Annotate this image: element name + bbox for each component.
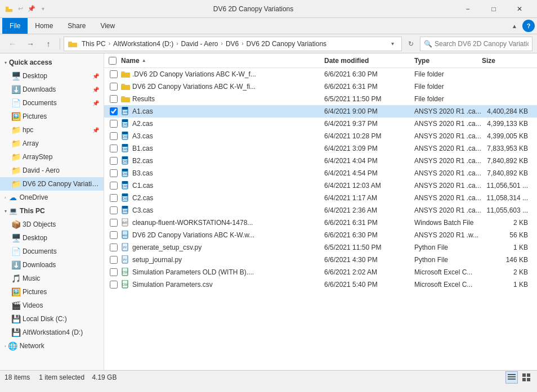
address-part-thispc[interactable]: This PC — [80, 39, 108, 48]
sidebar-item-3d-objects[interactable]: 📦 3D Objects — [0, 218, 104, 231]
sidebar-item-desktop2[interactable]: 🖥️ Desktop — [0, 231, 104, 245]
sidebar-item-documents[interactable]: 📄 Documents 📌 — [0, 96, 104, 110]
forward-button[interactable]: → — [23, 36, 38, 52]
details-view-button[interactable] — [505, 371, 518, 384]
file-checkbox-12[interactable] — [109, 218, 119, 228]
address-part-drive[interactable]: AltWorkstation4 (D:) — [111, 39, 175, 48]
file-row[interactable]: CAS C1.cas 6/4/2021 12:03 AM ANSYS 2020 … — [104, 179, 537, 192]
select-all-checkbox[interactable] — [109, 57, 117, 65]
file-checkbox-1[interactable] — [109, 82, 119, 92]
quick-access-icon[interactable] — [5, 4, 14, 13]
file-checkbox-14[interactable] — [109, 242, 119, 253]
file-checkbox-7[interactable] — [109, 156, 119, 166]
tab-view[interactable]: View — [93, 18, 122, 34]
tab-share[interactable]: Share — [60, 18, 93, 34]
sidebar-item-local-disk[interactable]: 💾 Local Disk (C:) — [0, 312, 104, 326]
file-checkbox-6[interactable] — [109, 143, 119, 154]
up-button[interactable]: ↑ — [41, 36, 56, 52]
file-row[interactable]: CAS B3.cas 6/4/2021 4:54 PM ANSYS 2020 R… — [104, 167, 537, 179]
minimize-button[interactable]: − — [455, 0, 481, 18]
file-checkbox-8[interactable] — [109, 168, 119, 178]
file-row[interactable]: CAS B2.cas 6/4/2021 4:04 PM ANSYS 2020 R… — [104, 155, 537, 167]
close-button[interactable]: ✕ — [507, 0, 532, 18]
file-row[interactable]: CSV Simulation Parameters.csv 6/6/2021 5… — [104, 278, 537, 291]
sidebar-item-alt-workstation[interactable]: 💾 AltWorkstation4 (D:) — [0, 326, 104, 339]
file-checkbox-2[interactable] — [109, 94, 119, 104]
back-button[interactable]: ← — [5, 36, 20, 52]
sidebar-item-videos[interactable]: 🎬 Videos — [0, 299, 104, 312]
sidebar-item-music[interactable]: 🎵 Music — [0, 272, 104, 285]
file-row[interactable]: Results 6/5/2021 11:50 PM File folder — [104, 93, 537, 105]
file-checkbox-17[interactable] — [109, 280, 119, 290]
file-row[interactable]: DV6 2D Canopy Variations ABC K-W_fi... 6… — [104, 80, 537, 93]
sidebar-item-hpc[interactable]: 📁 hpc 📌 — [0, 123, 104, 137]
refresh-button[interactable]: ↻ — [404, 37, 418, 51]
file-row[interactable]: CAS C3.cas 6/4/2021 2:36 AM ANSYS 2020 R… — [104, 204, 537, 217]
address-dropdown-button[interactable]: ▾ — [387, 37, 398, 51]
file-row[interactable]: CAS C2.cas 6/4/2021 1:17 AM ANSYS 2020 R… — [104, 192, 537, 204]
file-row[interactable]: WBZ DV6 2D Canopy Variations ABC K-W.w..… — [104, 229, 537, 241]
file-type-3: ANSYS 2020 R1 .ca... — [414, 107, 482, 115]
sidebar-item-onedrive[interactable]: › ☁ OneDrive — [0, 191, 104, 204]
file-checkbox-16[interactable] — [109, 267, 119, 277]
sidebar-item-network[interactable]: › 🌐 Network — [0, 339, 104, 353]
sidebar-item-documents2[interactable]: 📄 Documents — [0, 245, 104, 258]
col-name-header[interactable]: Name ▲ — [119, 57, 324, 65]
address-part-canopy[interactable]: DV6 2D Canopy Variations — [245, 39, 329, 48]
file-row[interactable]: PY setup_journal.py 6/6/2021 4:30 PM Pyt… — [104, 254, 537, 266]
file-icon-7: CAS — [121, 156, 130, 165]
file-checkbox-0[interactable] — [109, 69, 119, 79]
file-row[interactable]: CSV Simulation Parameters OLD (WITH B)..… — [104, 266, 537, 278]
file-type-14: Python File — [414, 244, 482, 251]
sidebar-item-array[interactable]: 📁 Array — [0, 137, 104, 150]
file-checkbox-5[interactable] — [109, 131, 119, 141]
sidebar-item-downloads[interactable]: ⬇️ Downloads 📌 — [0, 83, 104, 96]
file-row[interactable]: BAT cleanup-fluent-WORKSTATION4-1478... … — [104, 217, 537, 229]
help-button[interactable]: ? — [522, 20, 535, 32]
file-row[interactable]: .DV6 2D Canopy Variations ABC K-W_f... 6… — [104, 68, 537, 80]
col-type-header[interactable]: Type — [414, 57, 482, 65]
pin-icon[interactable]: 📌 — [27, 4, 36, 13]
sidebar-item-arraystep[interactable]: 📁 ArrayStep — [0, 150, 104, 164]
sidebar-label-downloads: Downloads — [23, 85, 90, 93]
col-size-header[interactable]: Size — [482, 57, 532, 65]
address-part-david[interactable]: David - Aero — [180, 39, 220, 48]
file-row[interactable]: CAS A1.cas 6/4/2021 9:00 PM ANSYS 2020 R… — [104, 105, 537, 118]
sidebar-item-david-aero[interactable]: 📁 David - Aero — [0, 164, 104, 177]
file-checkbox-11[interactable] — [109, 205, 119, 215]
file-checkbox-4[interactable] — [109, 119, 119, 129]
file-checkbox-9[interactable] — [109, 181, 119, 191]
file-row[interactable]: CAS A2.cas 6/4/2021 9:37 PM ANSYS 2020 R… — [104, 118, 537, 130]
sidebar-item-downloads2[interactable]: ⬇️ Downloads — [0, 258, 104, 272]
sidebar-item-dv6-canopy[interactable]: 📁 DV6 2D Canopy Variations — [0, 177, 104, 191]
search-input[interactable] — [435, 40, 529, 48]
this-pc-header[interactable]: ▾ 💻 This PC — [0, 204, 104, 218]
file-checkbox-13[interactable] — [109, 230, 119, 240]
file-row[interactable]: CAS A3.cas 6/4/2021 10:28 PM ANSYS 2020 … — [104, 130, 537, 142]
address-part-dv6[interactable]: DV6 — [224, 39, 240, 48]
svg-rect-29 — [122, 169, 128, 172]
address-bar[interactable]: This PC › AltWorkstation4 (D:) › David -… — [64, 37, 402, 51]
tab-home[interactable]: Home — [28, 18, 60, 34]
col-date-header[interactable]: Date modified — [324, 57, 414, 65]
downloads-icon: ⬇️ — [11, 85, 20, 94]
file-checkbox-10[interactable] — [109, 193, 119, 203]
search-box[interactable]: 🔍 — [420, 37, 532, 51]
ribbon-collapse-button[interactable]: ▲ — [507, 18, 522, 34]
sidebar-item-pictures[interactable]: 🖼️ Pictures — [0, 110, 104, 123]
file-row[interactable]: PY generate_setup_csv.py 6/5/2021 11:50 … — [104, 241, 537, 254]
undo-icon[interactable]: ↩ — [16, 4, 25, 13]
tab-file[interactable]: File — [2, 18, 28, 34]
dropdown-icon[interactable]: ▾ — [38, 4, 47, 13]
file-checkbox-15[interactable] — [109, 255, 119, 265]
sidebar-item-pictures2[interactable]: 🖼️ Pictures — [0, 285, 104, 299]
file-checkbox-3[interactable] — [109, 106, 119, 116]
hpc-icon: 📁 — [11, 125, 20, 134]
file-row[interactable]: CAS B1.cas 6/4/2021 3:09 PM ANSYS 2020 R… — [104, 142, 537, 155]
array-icon: 📁 — [11, 139, 20, 148]
maximize-button[interactable]: □ — [481, 0, 507, 18]
file-icon-4: CAS — [121, 119, 130, 128]
quick-access-header[interactable]: ▾ Quick access — [0, 56, 104, 69]
sidebar-item-desktop[interactable]: 🖥️ Desktop 📌 — [0, 69, 104, 83]
large-icons-view-button[interactable] — [520, 371, 532, 384]
